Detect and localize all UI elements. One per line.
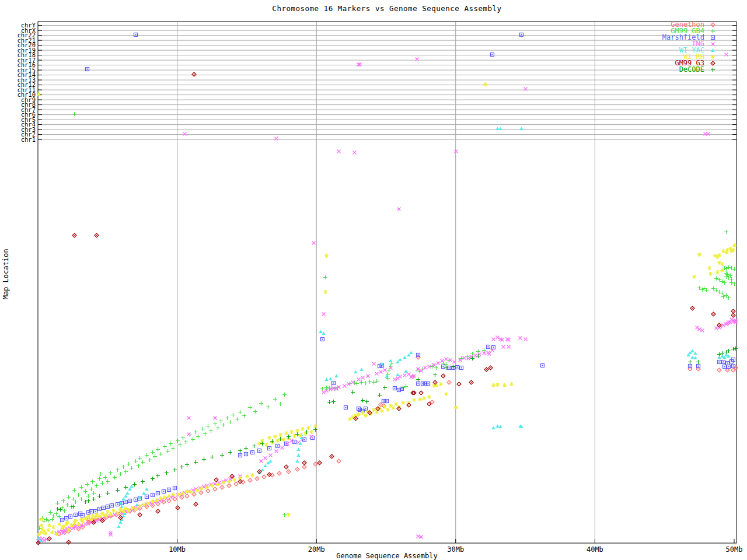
marker-x [353, 151, 357, 155]
marker-plus [383, 386, 387, 390]
marker-x [351, 381, 355, 384]
marker-diamond-dot [194, 74, 194, 75]
marker-plus [252, 444, 256, 448]
marker-asterisk [57, 522, 61, 526]
marker-square-dot [135, 34, 137, 36]
marker-asterisk [159, 496, 163, 501]
marker-plus [137, 464, 141, 468]
marker-x [432, 363, 436, 367]
chromosome-labels: chrYchrXchr22chr21chr20chr19chr18chr17ch… [17, 22, 36, 143]
marker-x [463, 356, 466, 360]
marker-x [109, 533, 113, 537]
marker-triangle [128, 488, 131, 491]
marker-plus [54, 512, 58, 516]
marker-plus [65, 503, 69, 507]
marker-asterisk [109, 512, 113, 516]
marker-x [366, 374, 370, 378]
marker-plus [176, 439, 180, 443]
marker-square-dot [723, 362, 724, 363]
marker-diamond-dot [338, 461, 339, 461]
marker-square-dot [402, 388, 403, 390]
marker-plus [156, 447, 160, 452]
marker-plus [130, 466, 134, 470]
marker-plus [202, 457, 206, 461]
marker-diamond-dot [719, 325, 720, 326]
marker-diamond-dot [449, 382, 449, 383]
marker-diamond-dot [222, 487, 222, 488]
marker-asterisk [134, 507, 138, 511]
marker-asterisk [502, 383, 507, 387]
marker-asterisk [54, 532, 58, 536]
marker-plus [169, 442, 173, 446]
marker-asterisk [121, 509, 125, 513]
marker-asterisk [69, 523, 74, 527]
marker-x [214, 416, 217, 420]
marker-asterisk [287, 513, 291, 517]
marker-plus [106, 491, 110, 495]
marker-plus [121, 465, 125, 469]
marker-plus [171, 446, 175, 450]
marker-plus [51, 514, 55, 518]
marker-asterisk [491, 383, 495, 387]
marker-asterisk [418, 397, 422, 401]
marker-plus [238, 410, 242, 414]
marker-plus [387, 368, 391, 372]
marker-asterisk [731, 248, 735, 252]
marker-plus [313, 428, 317, 432]
marker-square-dot [87, 69, 88, 70]
marker-triangle [354, 370, 357, 373]
marker-plus [196, 435, 200, 439]
marker-x [310, 435, 313, 439]
marker-plus [724, 230, 728, 234]
marker-plus [79, 497, 83, 501]
marker-asterisk [380, 409, 384, 413]
marker-square-dot [733, 359, 734, 360]
marker-asterisk [313, 424, 317, 428]
marker-plus [221, 423, 225, 427]
marker-diamond-dot [279, 473, 280, 474]
marker-triangle [263, 464, 267, 467]
marker-asterisk [306, 426, 310, 430]
marker-asterisk [711, 55, 715, 59]
marker-x [343, 384, 347, 388]
marker-triangle [268, 460, 272, 463]
series-gm99-gb4 [37, 82, 736, 530]
marker-plus [79, 485, 83, 489]
x-tick-label-30mb: 30Mb [447, 545, 464, 554]
marker-plus [731, 347, 735, 351]
marker-triangle [322, 332, 325, 335]
marker-asterisk [289, 430, 294, 434]
x-tick-label-20mb: 20Mb [308, 545, 325, 554]
x-tick-label-40mb: 40Mb [587, 545, 603, 554]
marker-asterisk [61, 524, 65, 528]
marker-square-dot [259, 450, 260, 452]
marker-plus [103, 475, 107, 480]
legend-label: DeCODE [679, 65, 704, 74]
marker-square-dot [492, 54, 493, 55]
marker-triangle [498, 425, 502, 428]
marker-square-dot [95, 511, 96, 512]
marker-diamond-dot [59, 534, 60, 534]
marker-x [707, 132, 710, 136]
marker-square-dot [130, 501, 131, 502]
marker-asterisk [227, 480, 231, 484]
marker-triangle [142, 492, 145, 495]
marker-plus [368, 380, 372, 384]
marker-square-dot [690, 366, 691, 367]
marker-triangle [130, 485, 133, 488]
marker-plus [113, 475, 117, 480]
marker-asterisk [245, 474, 249, 478]
marker-diamond-dot [432, 402, 432, 402]
marker-asterisk [394, 402, 398, 406]
marker-x [524, 338, 528, 341]
marker-square-dot [425, 383, 426, 384]
marker-x [492, 338, 495, 341]
marker-x [372, 362, 376, 366]
marker-asterisk [155, 498, 159, 502]
marker-plus [351, 390, 355, 394]
marker-triangle [495, 425, 499, 428]
marker-square-dot [449, 368, 450, 369]
marker-diamond-dot [381, 404, 381, 405]
marker-diamond-dot [713, 63, 713, 64]
marker-plus [253, 410, 257, 414]
